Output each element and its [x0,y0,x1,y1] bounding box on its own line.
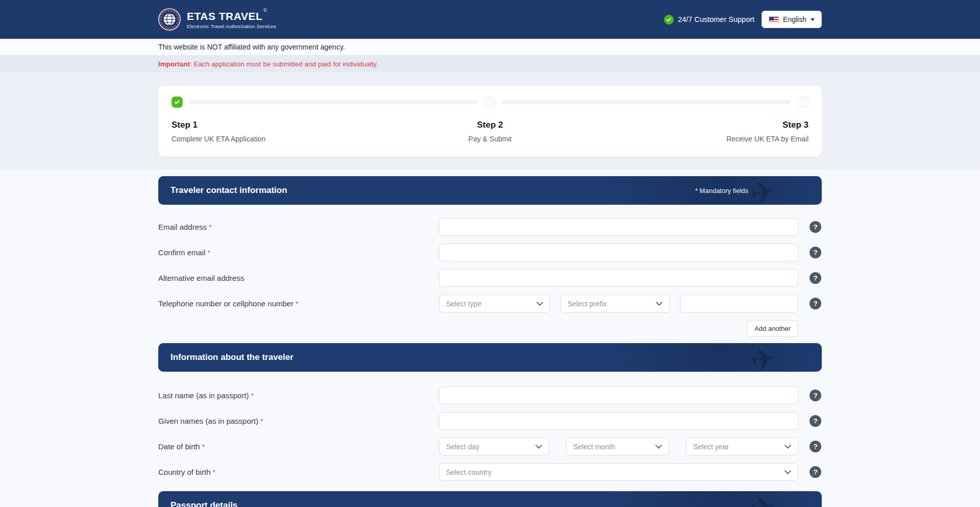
phone-type-select[interactable]: Select type [439,295,550,312]
last-name-label: Last name (as in passport)* [158,391,439,400]
steps-progress-card: Step 1 Complete UK ETA Application Step … [158,86,822,157]
step3-checkbox-icon [797,96,808,108]
section-header-traveler: ✈ Information about the traveler [158,343,822,372]
given-names-input[interactable] [439,412,798,430]
given-names-row: Given names (as in passport)* ? [158,412,822,430]
dob-row: Date of birth* Select day Select month S… [158,438,822,455]
section-header-passport: ✈ Passport details [158,491,822,507]
birth-country-row: Country of birth* Select country ? [158,463,822,481]
birth-country-select[interactable]: Select country [439,463,798,481]
step2-checkbox-icon [484,96,496,108]
dob-label: Date of birth* [158,442,439,451]
brand-tagline: Electronic Travel Authorization Services [187,23,276,29]
last-name-row: Last name (as in passport)* ? [158,387,822,404]
confirm-email-row: Confirm email* ? [158,244,822,261]
confirm-email-label: Confirm email* [158,248,439,257]
chevron-down-icon [536,302,543,306]
confirm-email-input[interactable] [439,244,798,261]
alt-email-input[interactable] [439,269,798,287]
language-label: English [783,15,806,23]
affiliation-notice-strip: This website is NOT affiliated with any … [0,39,980,55]
step3-label: Step 3 Receive UK ETA by Email [596,120,808,143]
chevron-down-icon [785,445,791,449]
section-header-contact: ✈ Traveler contact information * Mandato… [158,176,822,205]
dob-year-select[interactable]: Select year [686,438,798,455]
top-header: ETAS TRAVEL© Electronic Travel Authoriza… [0,0,980,39]
customer-support: 24/7 Customer Support [664,15,754,25]
dob-help-icon[interactable]: ? [810,441,821,452]
language-selector-button[interactable]: English [762,11,822,28]
phone-prefix-select[interactable]: Select prefix [560,295,670,312]
given-names-help-icon[interactable]: ? [810,415,821,427]
affiliation-notice-text: This website is NOT affiliated with any … [158,43,345,51]
brand-logo-block[interactable]: ETAS TRAVEL© Electronic Travel Authoriza… [158,8,276,31]
globe-logo-icon [158,8,181,31]
birth-country-help-icon[interactable]: ? [810,466,821,478]
phone-number-input[interactable] [680,295,798,312]
chevron-down-icon [785,470,791,474]
email-label: Email address* [158,223,439,231]
chevron-down-icon [655,445,662,449]
alt-email-row: Alternative email address ? [158,269,822,287]
add-another-row: Add another [158,320,822,337]
step1-label: Step 1 Complete UK ETA Application [172,120,384,143]
step1-complete-icon [172,96,183,108]
application-form: ✈ Traveler contact information * Mandato… [0,170,980,507]
dob-day-select[interactable]: Select day [439,438,549,455]
steps-band: Step 1 Complete UK ETA Application Step … [0,72,980,170]
dob-month-select[interactable]: Select month [566,438,669,455]
brand-name: ETAS TRAVEL© [187,10,276,22]
add-another-button[interactable]: Add another [747,320,798,337]
alt-email-help-icon[interactable]: ? [810,272,821,284]
support-label: 24/7 Customer Support [678,15,754,23]
us-flag-icon [769,16,779,23]
progress-bar-1 [189,100,478,104]
birth-country-label: Country of birth* [158,468,439,476]
header-photo-shade [607,343,822,372]
chevron-down-icon [811,18,815,21]
last-name-help-icon[interactable]: ? [810,390,821,401]
brand-mark: © [263,8,267,13]
last-name-input[interactable] [439,387,798,404]
mandatory-fields-note: * Mandatory fields [695,187,748,195]
section-title-passport: Passport details [170,500,237,507]
phone-label: Telephone number or cellphone number* [158,299,439,308]
header-photo-shade [607,491,822,507]
email-input[interactable] [439,218,798,236]
confirm-email-help-icon[interactable]: ? [810,247,821,258]
section-title-contact: Traveler contact information [170,185,287,196]
support-check-icon [664,15,674,25]
important-notice-strip: Important: Each application must be subm… [0,55,980,72]
phone-help-icon[interactable]: ? [810,298,821,309]
chevron-down-icon [656,302,663,306]
important-notice-text: Important: Each application must be subm… [158,60,378,68]
email-help-icon[interactable]: ? [810,221,821,233]
email-row: Email address* ? [158,218,822,236]
progress-bar-2 [502,100,791,104]
step2-label: Step 2 Pay & Submit [384,120,596,143]
given-names-label: Given names (as in passport)* [158,417,439,425]
phone-row: Telephone number or cellphone number* Se… [158,295,822,312]
section-title-traveler: Information about the traveler [170,352,293,363]
chevron-down-icon [535,445,542,449]
alt-email-label: Alternative email address [158,274,439,282]
